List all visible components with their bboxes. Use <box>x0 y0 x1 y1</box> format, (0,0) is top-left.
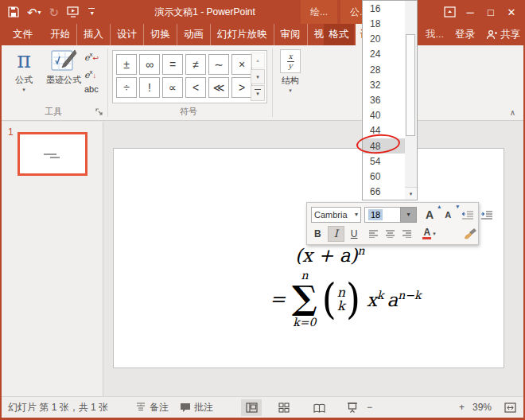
symbol-less-than[interactable]: < <box>185 77 206 98</box>
font-size-option-20[interactable]: 20 <box>363 31 405 46</box>
font-size-option-18[interactable]: 18 <box>363 16 405 31</box>
slide-thumbnail[interactable] <box>18 132 88 176</box>
font-size-option-60[interactable]: 60 <box>363 169 405 185</box>
font-size-option-40[interactable]: 40 <box>363 108 405 123</box>
notes-button[interactable]: 备注 <box>135 397 169 418</box>
ribbon-display-options-button[interactable] <box>439 0 460 24</box>
tab-format-contextual[interactable]: 格式 <box>324 24 354 45</box>
minimize-button[interactable]: ─ <box>460 0 480 24</box>
slideshow-view-button[interactable] <box>342 399 363 416</box>
ink-equation-button[interactable]: 墨迹公式 <box>43 49 84 86</box>
symbol-tilde[interactable]: ∼ <box>208 54 229 75</box>
tab-home[interactable]: 开始 <box>44 24 77 45</box>
italic-button-active[interactable]: I <box>328 226 344 242</box>
font-color-button[interactable]: A ▾ <box>419 226 438 242</box>
bold-button[interactable]: B <box>311 226 325 242</box>
grow-font-button[interactable]: A▴ <box>422 207 437 223</box>
collapse-ribbon-button[interactable]: ∧ <box>510 108 515 117</box>
maximize-button[interactable]: □ <box>480 0 501 24</box>
save-button[interactable] <box>8 6 19 18</box>
equation-line1[interactable]: (x + a)n <box>295 244 365 266</box>
normal-text-button[interactable]: abc <box>84 84 99 94</box>
tab-file[interactable]: 文件 <box>6 24 39 45</box>
dropdown-scrollbar[interactable]: ▾ <box>405 1 417 200</box>
dropdown-scroll-down-button[interactable]: ▾ <box>405 187 417 200</box>
equation-equals: = <box>270 288 286 310</box>
font-size-option-36[interactable]: 36 <box>363 92 405 107</box>
professional-format-button[interactable]: ex↩ <box>84 50 99 63</box>
underline-button[interactable]: U <box>348 226 361 242</box>
symbol-times[interactable]: × <box>231 54 252 75</box>
font-size-combo[interactable]: 18 <box>364 207 400 223</box>
decrease-indent-button[interactable] <box>458 207 477 223</box>
zoom-in-button[interactable]: + <box>459 397 465 418</box>
tell-me-box[interactable]: 我... <box>426 28 444 41</box>
font-name-value: Cambria <box>314 210 348 220</box>
undo-icon: ↶ <box>27 6 37 18</box>
window-title: 演示文稿1 - PowerPoint <box>119 0 290 24</box>
symbol-much-less[interactable]: ≪ <box>208 77 229 98</box>
slide-sorter-view-button[interactable] <box>274 399 294 416</box>
tab-transitions[interactable]: 切换 <box>144 24 177 45</box>
ink-equation-label: 墨迹公式 <box>46 74 81 86</box>
undo-dropdown-caret[interactable]: ▾ <box>38 9 41 16</box>
tab-review[interactable]: 审阅 <box>274 24 308 45</box>
notes-icon <box>135 402 146 412</box>
tab-slideshow[interactable]: 幻灯片放映 <box>211 24 274 45</box>
zoom-level[interactable]: 39% <box>472 397 492 418</box>
tab-insert[interactable]: 插入 <box>77 24 111 45</box>
group-separator-2 <box>272 49 273 117</box>
format-painter-button[interactable] <box>460 226 480 242</box>
close-button[interactable]: ✕ <box>501 0 522 24</box>
font-size-option-16[interactable]: 16 <box>363 1 405 16</box>
start-slideshow-button[interactable] <box>67 6 80 18</box>
tab-animations[interactable]: 动画 <box>177 24 211 45</box>
font-name-combo[interactable]: Cambria ▾ <box>311 207 361 223</box>
equation-line2[interactable]: = n ∑ k=0 ( n k ) xk an−k <box>270 270 421 329</box>
fraction-structure-button[interactable]: x y 结构 ▾ <box>277 49 304 94</box>
symbol-greater-than[interactable]: > <box>231 77 252 98</box>
tabrow-right: 我... 登录 共享 <box>426 24 520 45</box>
font-name-caret-icon: ▾ <box>355 211 358 218</box>
symbol-equal[interactable]: = <box>162 54 183 75</box>
shrink-font-button[interactable]: A▾ <box>441 207 454 223</box>
tab-design[interactable]: 设计 <box>111 24 144 45</box>
gallery-scroll-down-button[interactable]: ▾ <box>251 69 265 85</box>
font-size-option-66[interactable]: 66 <box>363 185 405 200</box>
gallery-scroll-up-button[interactable]: ▴ <box>251 52 265 68</box>
symbol-divide[interactable]: ÷ <box>116 77 137 98</box>
linear-format-button[interactable]: ex↓ <box>84 68 96 80</box>
gallery-more-button[interactable]: ▾ <box>251 85 265 101</box>
dropdown-scrollbar-thumb[interactable] <box>406 34 415 136</box>
align-right-button[interactable] <box>399 226 415 242</box>
comments-button[interactable]: 批注 <box>180 397 213 418</box>
undo-button[interactable]: ↶ ▾ <box>27 6 41 18</box>
increase-indent-button[interactable] <box>477 207 496 223</box>
normal-view-button[interactable] <box>241 399 262 416</box>
save-icon <box>8 6 19 18</box>
reading-view-button[interactable] <box>309 399 329 416</box>
symbol-factorial[interactable]: ! <box>139 77 160 98</box>
align-left-button[interactable] <box>365 226 382 242</box>
fit-slide-to-window-button[interactable] <box>500 399 520 416</box>
symbol-infinity[interactable]: ∞ <box>139 54 160 75</box>
symbol-not-equal[interactable]: ≠ <box>185 54 206 75</box>
tools-dialog-launcher[interactable] <box>95 108 103 116</box>
font-size-option-32[interactable]: 32 <box>363 77 405 92</box>
align-center-button[interactable] <box>382 226 399 242</box>
equation-button[interactable]: π 公式 ▾ <box>8 49 40 93</box>
share-button[interactable]: 共享 <box>486 28 520 41</box>
zoom-out-button[interactable]: − <box>367 397 372 418</box>
redo-button[interactable]: ↻ <box>49 6 60 18</box>
pi-icon: π <box>17 49 31 72</box>
symbol-plus-minus[interactable]: ± <box>116 54 137 75</box>
font-size-option-24[interactable]: 24 <box>363 47 405 62</box>
slide-canvas[interactable]: (x + a)n = n ∑ k=0 ( n k ) xk <box>113 148 504 368</box>
sign-in-button[interactable]: 登录 <box>455 28 475 41</box>
symbol-proportional[interactable]: ∝ <box>162 77 183 98</box>
font-size-option-54[interactable]: 54 <box>363 154 405 169</box>
font-size-option-28[interactable]: 28 <box>363 62 405 77</box>
font-size-dropdown-button[interactable]: ▾ <box>400 207 417 223</box>
customize-qat-button[interactable]: ▾ <box>88 8 95 17</box>
structure-caret-icon: ▾ <box>289 88 292 94</box>
